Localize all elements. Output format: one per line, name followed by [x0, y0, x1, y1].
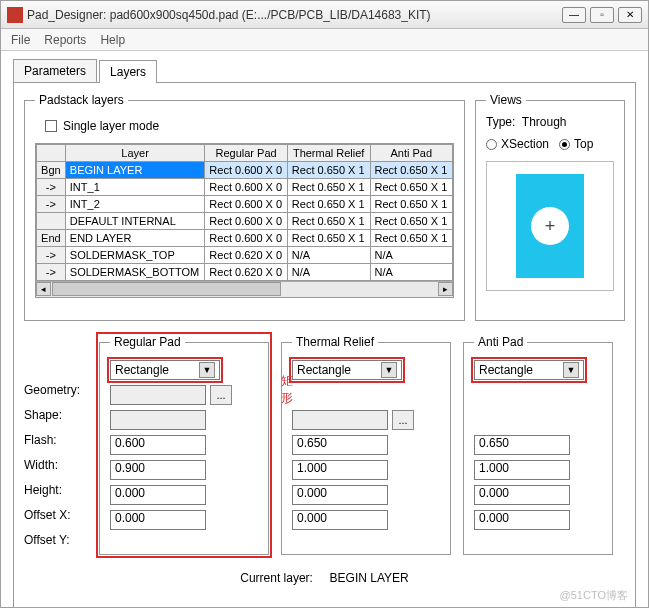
menu-file[interactable]: File	[11, 33, 30, 47]
app-icon	[7, 7, 23, 23]
scroll-right-icon[interactable]: ▸	[438, 282, 453, 296]
scroll-left-icon[interactable]: ◂	[36, 282, 51, 296]
content-area: Parameters Layers Padstack layers Single…	[1, 51, 648, 607]
current-layer: Current layer: BEGIN LAYER	[24, 571, 625, 585]
regular-pad-group: Regular Pad Rectangle▼ ... 0.600 0.900 0…	[99, 335, 269, 555]
table-h-scrollbar[interactable]: ◂ ▸	[36, 281, 453, 297]
regular-pad-legend: Regular Pad	[110, 335, 185, 349]
field-labels: Geometry: Shape: Flash: Width: Height: O…	[24, 335, 99, 555]
radio-xsection[interactable]	[486, 139, 497, 150]
thermal-offy-input[interactable]: 0.000	[292, 510, 388, 530]
anti-pad-legend: Anti Pad	[474, 335, 527, 349]
views-type-label: Type:	[486, 115, 515, 129]
watermark: @51CTO博客	[560, 588, 628, 603]
regular-height-input[interactable]: 0.900	[110, 460, 206, 480]
views-type-value: Through	[522, 115, 567, 129]
pad-shape: +	[516, 174, 584, 278]
thermal-height-input[interactable]: 1.000	[292, 460, 388, 480]
regular-offy-input[interactable]: 0.000	[110, 510, 206, 530]
single-layer-checkbox[interactable]	[45, 120, 57, 132]
table-row[interactable]: DEFAULT INTERNALRect 0.600 X 0Rect 0.650…	[37, 213, 453, 230]
col-layer[interactable]: Layer	[65, 145, 205, 162]
menu-help[interactable]: Help	[100, 33, 125, 47]
thermal-flash-browse[interactable]: ...	[392, 410, 414, 430]
label-flash: Flash:	[24, 427, 99, 452]
anti-pad-group: Anti Pad Rectangle▼ 0.650 1.000 0.000 0.…	[463, 335, 613, 555]
thermal-geometry-combo[interactable]: Rectangle▼	[292, 360, 402, 380]
regular-width-input[interactable]: 0.600	[110, 435, 206, 455]
chevron-down-icon[interactable]: ▼	[381, 362, 397, 378]
label-height: Height:	[24, 477, 99, 502]
window-title: Pad_Designer: pad600x900sq450d.pad (E:..…	[27, 8, 562, 22]
radio-top[interactable]	[559, 139, 570, 150]
padstack-legend: Padstack layers	[35, 93, 128, 107]
table-row[interactable]: EndEND LAYERRect 0.600 X 0Rect 0.650 X 1…	[37, 230, 453, 247]
regular-shape-input[interactable]	[110, 385, 206, 405]
col-anti-pad[interactable]: Anti Pad	[370, 145, 452, 162]
thermal-width-input[interactable]: 0.650	[292, 435, 388, 455]
layers-table[interactable]: Layer Regular Pad Thermal Relief Anti Pa…	[35, 143, 454, 298]
tab-parameters[interactable]: Parameters	[13, 59, 97, 82]
main-window: Pad_Designer: pad600x900sq450d.pad (E:..…	[0, 0, 649, 608]
col-regular-pad[interactable]: Regular Pad	[205, 145, 287, 162]
maximize-button[interactable]: ▫	[590, 7, 614, 23]
thermal-relief-group: Thermal Relief Rectangle▼ ... 0.650 1.00…	[281, 335, 451, 555]
anti-offx-input[interactable]: 0.000	[474, 485, 570, 505]
origin-icon: +	[531, 207, 569, 245]
anti-geometry-combo[interactable]: Rectangle▼	[474, 360, 584, 380]
menubar: File Reports Help	[1, 29, 648, 51]
regular-geometry-combo[interactable]: Rectangle▼	[110, 360, 220, 380]
close-button[interactable]: ✕	[618, 7, 642, 23]
pad-preview: +	[486, 161, 614, 291]
tab-body: Padstack layers Single layer mode Layer …	[13, 82, 636, 607]
tab-layers[interactable]: Layers	[99, 60, 157, 83]
label-offy: Offset Y:	[24, 527, 99, 552]
label-offx: Offset X:	[24, 502, 99, 527]
minimize-button[interactable]: —	[562, 7, 586, 23]
thermal-flash-input[interactable]	[292, 410, 388, 430]
scroll-thumb[interactable]	[52, 282, 281, 296]
col-thermal-relief[interactable]: Thermal Relief	[287, 145, 370, 162]
regular-flash-input[interactable]	[110, 410, 206, 430]
padstack-layers-group: Padstack layers Single layer mode Layer …	[24, 93, 465, 321]
chevron-down-icon[interactable]: ▼	[563, 362, 579, 378]
table-row[interactable]: ->INT_1Rect 0.600 X 0Rect 0.650 X 1Rect …	[37, 179, 453, 196]
single-layer-label: Single layer mode	[63, 119, 159, 133]
label-shape: Shape:	[24, 402, 99, 427]
thermal-offx-input[interactable]: 0.000	[292, 485, 388, 505]
regular-shape-browse[interactable]: ...	[210, 385, 232, 405]
menu-reports[interactable]: Reports	[44, 33, 86, 47]
views-legend: Views	[486, 93, 526, 107]
label-geometry: Geometry:	[24, 377, 99, 402]
thermal-relief-legend: Thermal Relief	[292, 335, 378, 349]
titlebar: Pad_Designer: pad600x900sq450d.pad (E:..…	[1, 1, 648, 29]
regular-offx-input[interactable]: 0.000	[110, 485, 206, 505]
table-row[interactable]: BgnBEGIN LAYERRect 0.600 X 0Rect 0.650 X…	[37, 162, 453, 179]
views-group: Views Type: Through XSection Top +	[475, 93, 625, 321]
table-row[interactable]: ->INT_2Rect 0.600 X 0Rect 0.650 X 1Rect …	[37, 196, 453, 213]
table-row[interactable]: ->SOLDERMASK_BOTTOMRect 0.620 X 0N/AN/A	[37, 264, 453, 281]
table-row[interactable]: ->SOLDERMASK_TOPRect 0.620 X 0N/AN/A	[37, 247, 453, 264]
anti-height-input[interactable]: 1.000	[474, 460, 570, 480]
anti-offy-input[interactable]: 0.000	[474, 510, 570, 530]
anti-width-input[interactable]: 0.650	[474, 435, 570, 455]
label-width: Width:	[24, 452, 99, 477]
annotation-rectangle-cn: 矩形	[281, 373, 293, 407]
col-blank	[37, 145, 66, 162]
chevron-down-icon[interactable]: ▼	[199, 362, 215, 378]
